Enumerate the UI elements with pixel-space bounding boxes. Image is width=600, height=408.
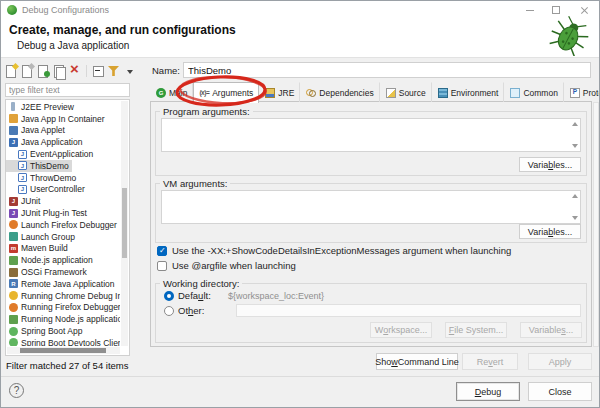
filter-icon[interactable] (107, 64, 121, 78)
tree-item[interactable]: ThrowDemo (6, 172, 79, 184)
checkbox-unchecked-icon[interactable] (157, 261, 167, 271)
scrollbar-thumb[interactable] (122, 188, 127, 258)
scroll-down-icon[interactable] (572, 216, 578, 220)
tree-item[interactable]: EventApplication (6, 148, 96, 160)
program-arguments-textarea[interactable] (161, 118, 581, 152)
debug-button[interactable]: Debug (456, 382, 520, 401)
jre-tab-icon (265, 88, 275, 98)
firefox-icon (9, 303, 18, 312)
duplicate-icon[interactable] (52, 64, 66, 78)
java-applet-icon (9, 126, 18, 135)
tab-common[interactable]: Common (504, 82, 563, 102)
menu-dropdown-icon[interactable] (123, 64, 137, 78)
vm-arguments-textarea[interactable] (161, 190, 581, 224)
minimize-button[interactable] (519, 2, 541, 18)
environment-tab-icon (438, 88, 448, 98)
arguments-tab-content: Program arguments: Variables... VM argum… (150, 101, 592, 347)
tree-item[interactable]: Running Firefox Debugger (6, 302, 120, 314)
tab-source[interactable]: Source (380, 82, 432, 102)
radio-unselected-icon[interactable] (164, 306, 174, 316)
content-scrollbar[interactable] (593, 102, 599, 347)
tab-arguments[interactable]: Arguments (193, 82, 259, 103)
footer-divider (1, 376, 599, 377)
tree-item-label: EventApplication (30, 149, 93, 159)
program-variables-button[interactable]: Variables... (519, 157, 581, 172)
default-radio-label: Default: (178, 290, 211, 301)
launch-config-tree: J2EE PreviewJava App In ContainerJava Ap… (5, 99, 130, 356)
help-button[interactable]: ? (9, 383, 24, 398)
tab-jre[interactable]: JRE (259, 82, 300, 102)
tree-item[interactable]: Node.js application (6, 254, 96, 266)
tab-label: JRE (278, 88, 294, 98)
variables-button[interactable]: Variables... (520, 322, 582, 338)
filter-input[interactable] (5, 83, 130, 97)
apply-button[interactable]: Apply (528, 353, 592, 370)
tree-item[interactable]: OSGi Framework (6, 266, 90, 278)
argfile-checkbox[interactable]: Use @argfile when launching (157, 260, 296, 271)
tab-dependencies[interactable]: Dependencies (300, 82, 379, 102)
header-divider (1, 57, 599, 58)
tree-item-label: Spring Boot App (21, 326, 82, 336)
show-code-details-checkbox[interactable]: Use the -XX:+ShowCodeDetailsInExceptionM… (157, 245, 511, 256)
tab-environment[interactable]: Environment (432, 82, 505, 102)
arguments-tab-icon (199, 88, 209, 98)
scroll-down-icon[interactable] (572, 144, 578, 148)
junit-plugin-icon (9, 209, 18, 218)
tree-items: J2EE PreviewJava App In ContainerJava Ap… (6, 101, 120, 346)
new-configuration-icon[interactable] (4, 64, 18, 78)
radio-selected-icon[interactable] (164, 291, 174, 301)
other-radio-row[interactable]: Other: (164, 305, 204, 316)
tree-item[interactable]: J2EE Preview (6, 101, 77, 113)
tree-item[interactable]: UserController (6, 184, 88, 196)
tree-item-label: Running Firefox Debugger (21, 302, 120, 312)
tree-item[interactable]: ThisDemo (6, 160, 72, 172)
default-radio-row[interactable]: Default: (164, 290, 211, 301)
vm-variables-button[interactable]: Variables... (519, 224, 581, 239)
close-button[interactable]: Close (528, 382, 592, 401)
tree-item[interactable]: Java App In Container (6, 113, 108, 125)
tab-label: Main (169, 88, 187, 98)
other-radio-label: Other: (178, 305, 204, 316)
tab-main[interactable]: Main (150, 82, 193, 102)
tree-item[interactable]: Maven Build (6, 243, 71, 255)
export-configurations-icon[interactable] (36, 64, 50, 78)
tree-item-label: J2EE Preview (21, 102, 74, 112)
tree-item[interactable]: Running Chrome Debug Instance (6, 290, 120, 302)
name-input[interactable] (183, 62, 591, 78)
tree-item[interactable]: Java Application (6, 136, 85, 148)
tree-item[interactable]: JUnit (6, 195, 43, 207)
tree-vertical-scrollbar[interactable] (121, 101, 128, 346)
java-app-config-icon (18, 150, 27, 159)
tree-item-label: UserController (30, 184, 85, 194)
tab-label: Dependencies (319, 88, 373, 98)
tree-item[interactable]: Running Node.js application (6, 313, 120, 325)
checkbox-checked-icon[interactable] (157, 246, 167, 256)
tree-item-label: JUnit Plug-in Test (21, 208, 87, 218)
delete-icon[interactable] (68, 64, 82, 78)
tree-item-label: Java Application (21, 137, 82, 147)
tree-item[interactable]: Launch Firefox Debugger (6, 219, 120, 231)
collapse-all-icon[interactable] (91, 64, 105, 78)
tab-prototype[interactable]: Prototype (564, 82, 600, 102)
tree-item[interactable]: Spring Boot Devtools Client (6, 337, 120, 346)
tree-item[interactable]: Remote Java Application (6, 278, 118, 290)
maximize-icon (552, 6, 560, 14)
show-command-line-button[interactable]: Show Command Line (376, 353, 458, 370)
workspace-button[interactable]: Workspace... (370, 322, 432, 338)
scroll-up-icon[interactable] (572, 194, 578, 198)
file-system-button[interactable]: File System... (445, 322, 507, 338)
tree-item[interactable]: JUnit Plug-in Test (6, 207, 90, 219)
scrollbar-thumb[interactable] (20, 348, 106, 353)
java-app-config-icon (18, 185, 27, 194)
tree-item[interactable]: Launch Group (6, 231, 78, 243)
revert-button[interactable]: Revert (462, 353, 518, 370)
maven-icon (9, 244, 18, 253)
dependencies-tab-icon (306, 88, 316, 98)
new-prototype-icon[interactable] (20, 64, 34, 78)
scroll-up-icon[interactable] (572, 122, 578, 126)
filter-status: Filter matched 27 of 54 items (6, 360, 129, 371)
tree-horizontal-scrollbar[interactable] (7, 347, 120, 354)
tree-item[interactable]: Spring Boot App (6, 325, 85, 337)
bug-illustration (547, 14, 593, 56)
tree-item[interactable]: Java Applet (6, 125, 68, 137)
